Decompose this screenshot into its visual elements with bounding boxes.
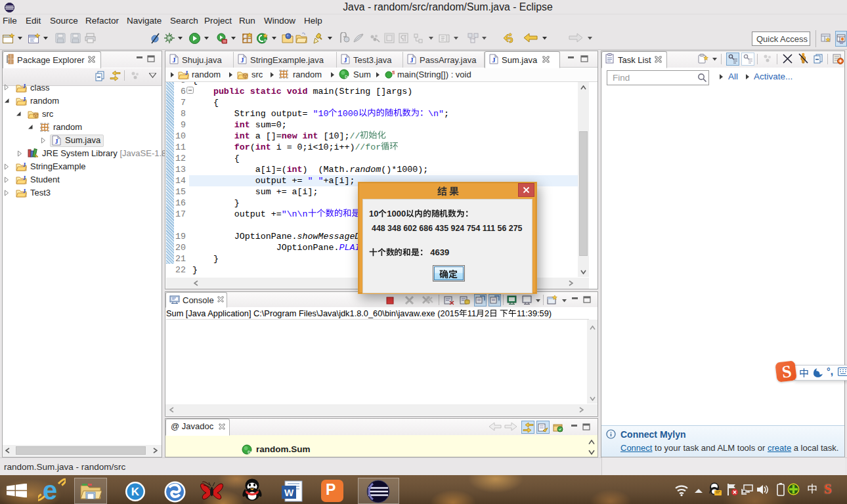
svg-text:S: S	[392, 70, 395, 75]
svg-text:J: J	[173, 56, 176, 64]
svg-text:J: J	[344, 56, 347, 64]
svg-text:J: J	[23, 175, 26, 181]
svg-text:W: W	[284, 487, 294, 498]
svg-text:J: J	[23, 188, 26, 194]
svg-text:S: S	[781, 362, 793, 381]
svg-text:J: J	[23, 162, 26, 168]
svg-text:K: K	[131, 486, 140, 498]
svg-text:J: J	[241, 56, 244, 64]
svg-text:J: J	[23, 96, 26, 102]
svg-text:J: J	[410, 56, 414, 64]
svg-text:J: J	[23, 83, 26, 89]
svg-text:J: J	[55, 138, 58, 145]
svg-text:J: J	[185, 70, 188, 76]
svg-text:J: J	[492, 56, 496, 64]
svg-text:e: e	[43, 477, 57, 503]
